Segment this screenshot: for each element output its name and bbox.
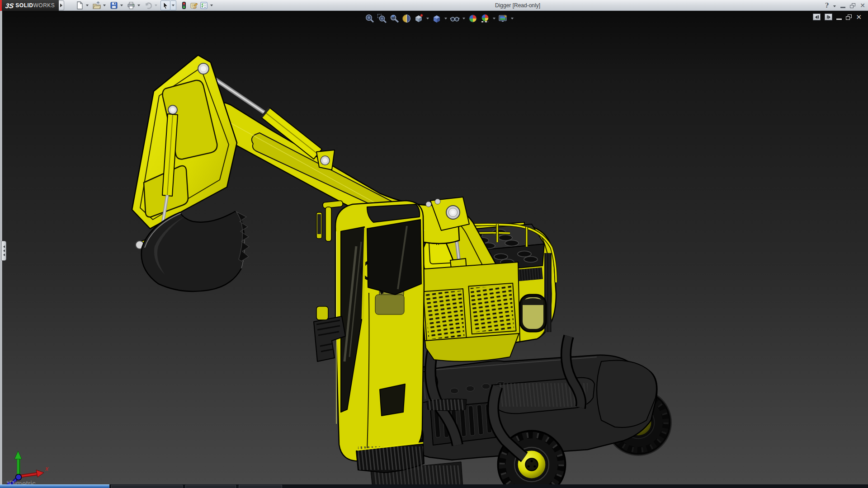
title-bar: 3S SOLIDWORKS xyxy=(0,0,868,11)
collapse-pane-left-button[interactable] xyxy=(813,14,821,20)
zoom-to-fit-icon xyxy=(365,14,375,23)
apply-scene-dropdown[interactable] xyxy=(492,13,496,24)
minimize-button[interactable] xyxy=(840,7,845,8)
undo-icon xyxy=(144,1,152,9)
expand-left-icon xyxy=(3,245,5,248)
open-dropdown[interactable] xyxy=(102,0,107,10)
taskbar-item[interactable] xyxy=(185,485,236,488)
rebuild-traffic-light-icon xyxy=(180,1,188,9)
grille-panel-right[interactable] xyxy=(468,283,516,334)
logo-red-stripe xyxy=(0,0,2,11)
undo-dropdown[interactable] xyxy=(153,0,159,10)
help-button[interactable]: ? xyxy=(825,2,829,9)
display-style-cube-icon xyxy=(432,14,442,23)
new-document-icon xyxy=(75,1,84,9)
cab-side-window[interactable] xyxy=(367,220,421,295)
view-settings-button[interactable] xyxy=(498,13,509,24)
open-button[interactable] xyxy=(92,0,102,10)
options-button[interactable] xyxy=(199,0,209,10)
select-tool-button[interactable] xyxy=(160,0,170,10)
windows-taskbar[interactable] xyxy=(0,484,868,488)
display-style-button[interactable] xyxy=(431,13,442,24)
zoom-to-fit-button[interactable] xyxy=(364,13,375,24)
select-tool-dropdown[interactable] xyxy=(170,0,176,10)
arm-body-pin[interactable] xyxy=(446,206,460,219)
taskbar-active-app[interactable] xyxy=(0,484,109,488)
edit-color-button[interactable] xyxy=(189,0,199,10)
menu-flyout-tab[interactable] xyxy=(59,0,64,10)
checker-base xyxy=(481,21,489,22)
taskbar-item[interactable] xyxy=(111,485,183,488)
print-dropdown[interactable] xyxy=(136,0,142,10)
doc-minimize-button[interactable] xyxy=(836,19,842,20)
restore-button[interactable] xyxy=(850,3,855,8)
display-style-dropdown[interactable] xyxy=(443,13,448,24)
apex-pin[interactable] xyxy=(198,63,209,74)
new-document-dropdown[interactable] xyxy=(85,0,90,10)
standard-toolbar xyxy=(75,0,216,10)
undo-button[interactable] xyxy=(143,0,153,10)
document-window-controls: ✕ xyxy=(813,14,862,20)
pane-left-icon xyxy=(815,15,817,19)
orientation-triad: x xyxy=(6,451,49,484)
triad-x-label: x xyxy=(45,465,49,472)
view-settings-icon xyxy=(498,14,508,23)
graphics-viewport[interactable]: ✕ xyxy=(0,11,868,484)
save-button[interactable] xyxy=(109,0,119,10)
edit-color-icon xyxy=(190,1,198,9)
save-dropdown[interactable] xyxy=(119,0,124,10)
print-button[interactable] xyxy=(126,0,136,10)
previous-view-icon xyxy=(389,14,399,23)
view-settings-dropdown[interactable] xyxy=(510,13,514,24)
grille-panel-left[interactable] xyxy=(423,289,466,341)
select-cursor-icon xyxy=(161,1,170,9)
body-side-window[interactable] xyxy=(520,295,546,332)
open-folder-icon xyxy=(93,1,101,9)
brand-wordmark: SOLIDWORKS xyxy=(15,2,55,9)
rebuild-button[interactable] xyxy=(179,0,189,10)
print-icon xyxy=(127,1,135,9)
options-dropdown[interactable] xyxy=(209,0,214,10)
apply-scene-button[interactable] xyxy=(480,13,491,24)
section-view-button[interactable] xyxy=(401,13,412,24)
close-button[interactable]: ✕ xyxy=(860,2,865,9)
expand-left-icon xyxy=(3,253,5,256)
doc-restore-button[interactable] xyxy=(846,14,852,20)
view-orientation-cube-icon xyxy=(414,14,424,23)
window-title: Digger [Read-only] xyxy=(470,0,565,11)
view-orientation-label: *Dimetric xyxy=(6,480,36,484)
model-canvas[interactable]: x xyxy=(0,11,868,484)
help-dropdown[interactable] xyxy=(833,5,836,7)
edit-appearance-button[interactable] xyxy=(467,13,478,24)
save-floppy-icon xyxy=(110,1,118,9)
apply-scene-icon xyxy=(480,14,490,23)
solidworks-logo: 3S SOLIDWORKS xyxy=(0,0,59,11)
view-orientation-button[interactable] xyxy=(413,13,424,24)
solidworks-window: 3S SOLIDWORKS xyxy=(0,0,868,488)
collapse-pane-right-button[interactable] xyxy=(825,14,832,20)
heads-up-view-toolbar xyxy=(364,13,514,24)
hide-show-items-dropdown[interactable] xyxy=(462,13,466,24)
new-document-button[interactable] xyxy=(75,0,85,10)
expand-left-icon xyxy=(3,249,5,252)
previous-view-button[interactable] xyxy=(389,13,400,24)
section-view-icon xyxy=(401,14,411,23)
hide-show-items-button[interactable] xyxy=(449,13,460,24)
3ds-logo-icon: 3S xyxy=(5,2,14,9)
window-controls: ? ✕ xyxy=(825,0,865,11)
options-checklist-icon xyxy=(200,1,208,9)
appearance-sphere-icon xyxy=(468,14,478,23)
view-orientation-dropdown[interactable] xyxy=(425,13,430,24)
panel-expand-handle[interactable] xyxy=(1,241,6,261)
excavator-model[interactable] xyxy=(132,55,672,484)
zoom-to-area-icon xyxy=(377,14,387,23)
eyeglasses-icon xyxy=(450,14,460,23)
pane-right-icon xyxy=(828,15,830,19)
taskbar-item[interactable] xyxy=(239,485,282,488)
doc-close-button[interactable]: ✕ xyxy=(856,14,862,20)
flyout-arrow-icon xyxy=(60,4,62,7)
zoom-to-area-button[interactable] xyxy=(377,13,387,24)
